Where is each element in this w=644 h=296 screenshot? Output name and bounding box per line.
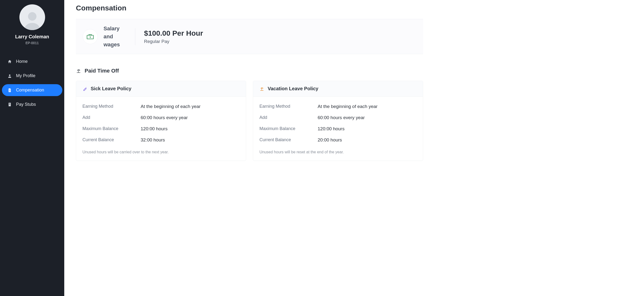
detail-value: At the beginning of each year bbox=[318, 104, 378, 109]
detail-row: Add 60:00 hours every year bbox=[82, 112, 240, 123]
salary-value: $100.00 Per Hour bbox=[144, 29, 203, 37]
detail-label: Add bbox=[82, 115, 141, 120]
detail-row: Earning Method At the beginning of each … bbox=[260, 101, 416, 112]
detail-label: Add bbox=[260, 115, 318, 120]
svg-point-0 bbox=[28, 12, 36, 21]
sidebar-item-label: Pay Stubs bbox=[16, 102, 36, 107]
salary-icon: $ bbox=[83, 29, 98, 44]
policy-header: Vacation Leave Policy bbox=[253, 81, 423, 97]
sidebar-item-compensation[interactable]: Compensation bbox=[2, 84, 62, 96]
briefcase-money-icon: $ bbox=[86, 34, 94, 40]
document-icon bbox=[7, 88, 12, 92]
main-content: Compensation $ Salary and wages $100.00 … bbox=[64, 0, 433, 296]
detail-value: 60:00 hours every year bbox=[141, 115, 188, 120]
vacation-icon bbox=[76, 68, 81, 74]
detail-value: 120:00 hours bbox=[318, 126, 344, 132]
sick-leave-card: Sick Leave Policy Earning Method At the … bbox=[76, 81, 246, 161]
umbrella-icon bbox=[260, 86, 264, 91]
detail-label: Current Balance bbox=[260, 137, 318, 143]
detail-row: Current Balance 32:00 hours bbox=[82, 134, 240, 146]
policy-cards: Sick Leave Policy Earning Method At the … bbox=[76, 81, 423, 161]
salary-block: $ Salary and wages $100.00 Per Hour Regu… bbox=[76, 19, 423, 54]
policy-note: Unused hours will be reset at the end of… bbox=[260, 146, 416, 154]
detail-value: 32:00 hours bbox=[141, 137, 165, 143]
svg-point-1 bbox=[9, 75, 10, 76]
detail-label: Maximum Balance bbox=[260, 126, 318, 132]
sidebar-item-label: Home bbox=[16, 59, 28, 64]
detail-value: 20:00 hours bbox=[318, 137, 342, 143]
person-icon bbox=[7, 74, 12, 78]
policy-title: Sick Leave Policy bbox=[91, 86, 132, 92]
sidebar-item-paystubs[interactable]: $ Pay Stubs bbox=[2, 99, 62, 110]
divider bbox=[135, 28, 135, 45]
vacation-leave-card: Vacation Leave Policy Earning Method At … bbox=[253, 81, 423, 161]
detail-row: Earning Method At the beginning of each … bbox=[82, 101, 240, 112]
detail-label: Earning Method bbox=[260, 104, 318, 109]
home-icon bbox=[7, 60, 12, 64]
svg-rect-4 bbox=[9, 91, 10, 91]
avatar bbox=[20, 4, 45, 30]
detail-value: 60:00 hours every year bbox=[318, 115, 365, 120]
detail-value: 120:00 hours bbox=[141, 126, 168, 132]
sidebar: Larry Coleman EP-0011 Home My Profile Co… bbox=[0, 0, 64, 296]
pto-section-header: Paid Time Off bbox=[76, 68, 423, 74]
detail-value: At the beginning of each year bbox=[141, 104, 200, 109]
svg-text:$: $ bbox=[90, 36, 91, 38]
detail-label: Current Balance bbox=[82, 137, 141, 143]
detail-row: Maximum Balance 120:00 hours bbox=[260, 123, 416, 134]
user-id: EP-0011 bbox=[26, 41, 38, 45]
detail-row: Current Balance 20:00 hours bbox=[260, 134, 416, 146]
svg-rect-2 bbox=[9, 90, 10, 90]
sidebar-nav: Home My Profile Compensation $ Pay Stubs bbox=[0, 52, 64, 117]
user-profile: Larry Coleman EP-0011 bbox=[0, 4, 64, 52]
policy-note: Unused hours will be carried over to the… bbox=[82, 146, 240, 154]
sidebar-item-label: Compensation bbox=[16, 88, 44, 93]
sidebar-item-profile[interactable]: My Profile bbox=[2, 70, 62, 82]
person-icon bbox=[22, 9, 43, 30]
policy-title: Vacation Leave Policy bbox=[268, 86, 318, 92]
salary-label: Salary and wages bbox=[104, 25, 135, 49]
detail-label: Earning Method bbox=[82, 104, 141, 109]
page-title: Compensation bbox=[76, 4, 423, 12]
svg-rect-3 bbox=[9, 90, 10, 91]
receipt-icon: $ bbox=[7, 102, 12, 107]
policy-body: Earning Method At the beginning of each … bbox=[253, 97, 423, 161]
salary-subtitle: Regular Pay bbox=[144, 39, 203, 44]
detail-row: Maximum Balance 120:00 hours bbox=[82, 123, 240, 134]
svg-point-8 bbox=[86, 87, 86, 88]
thermometer-icon bbox=[82, 86, 87, 91]
policy-body: Earning Method At the beginning of each … bbox=[76, 97, 246, 161]
detail-label: Maximum Balance bbox=[82, 126, 141, 132]
policy-header: Sick Leave Policy bbox=[76, 81, 246, 97]
salary-values: $100.00 Per Hour Regular Pay bbox=[144, 29, 203, 44]
detail-row: Add 60:00 hours every year bbox=[260, 112, 416, 123]
sidebar-item-label: My Profile bbox=[16, 73, 36, 78]
sidebar-item-home[interactable]: Home bbox=[2, 56, 62, 68]
svg-text:$: $ bbox=[9, 103, 10, 105]
user-name: Larry Coleman bbox=[15, 34, 49, 40]
section-title: Paid Time Off bbox=[84, 68, 119, 74]
